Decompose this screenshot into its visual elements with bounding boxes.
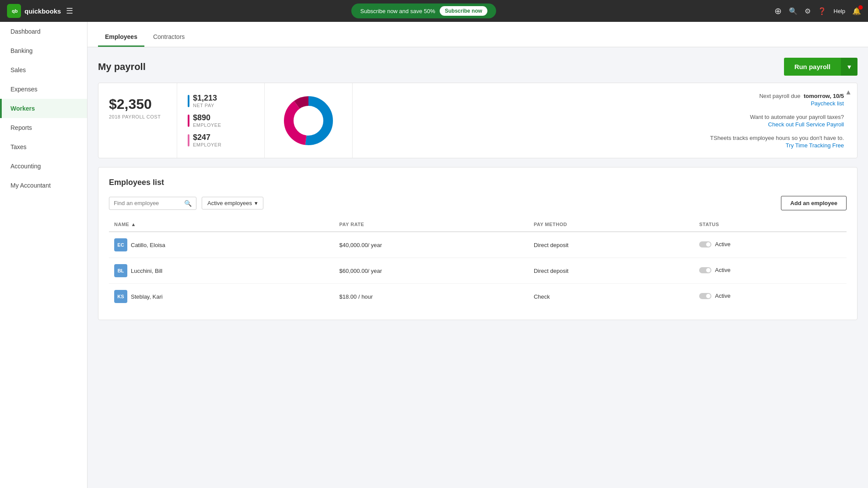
full-service-payroll-link[interactable]: Check out Full Service Payroll [750,121,844,128]
tsheets-text: TSheets tracks employee hours so you don… [710,135,844,141]
sidebar: Dashboard Banking Sales Expenses Workers… [0,22,88,488]
sidebar-item-expenses[interactable]: Expenses [0,80,87,99]
tsheets-info: TSheets tracks employee hours so you don… [710,135,844,149]
add-icon[interactable]: ⊕ [774,6,782,16]
svg-point-5 [294,107,322,135]
help-label[interactable]: Help [833,8,845,14]
th-pay-method: PAY METHOD [528,217,694,232]
automate-text: Want to automate your payroll taxes? [750,114,844,120]
employee-name-cell: KS Steblay, Kari [109,284,334,310]
payroll-header: My payroll Run payroll ▼ [98,58,858,76]
table-row[interactable]: EC Catillo, Eloisa $40,000.00/ year Dire… [109,232,847,258]
status-toggle-switch[interactable] [699,241,711,247]
next-payroll-text: Next payroll due tomorrow, 10/5 [759,93,844,99]
quickbooks-logo[interactable]: qb quickbooks [7,4,61,18]
automate-taxes-info: Want to automate your payroll taxes? Che… [750,114,844,128]
th-name: NAME ▲ [109,217,334,232]
hamburger-menu-icon[interactable]: ☰ [66,6,73,16]
table-header-row: NAME ▲ PAY RATE PAY METHOD STATUS [109,217,847,232]
pay-rate-cell: $40,000.00/ year [334,232,528,258]
list-controls: 🔍 Active employees ▾ Add an employee [109,196,847,210]
employee-name: Catillo, Eloisa [131,242,165,248]
employee-amount: $890 [193,113,221,122]
paycheck-list-link[interactable]: Paycheck list [759,100,844,107]
sidebar-item-my-accountant[interactable]: My Accountant [0,176,87,195]
gear-icon[interactable]: ⚙ [805,7,811,15]
tab-employees[interactable]: Employees [98,29,144,47]
sidebar-item-accounting[interactable]: Accounting [0,157,87,176]
payroll-title: My payroll [98,61,146,73]
add-employee-button[interactable]: Add an employee [781,196,847,210]
employee-bar [188,115,189,127]
notification-badge [858,5,863,10]
sidebar-item-banking[interactable]: Banking [0,41,87,60]
employees-list-section: Employees list 🔍 Active employees ▾ Add … [98,167,858,320]
search-wrapper[interactable]: 🔍 [109,197,196,210]
active-employees-filter[interactable]: Active employees ▾ [202,197,263,209]
subscribe-banner: Subscribe now and save 50% Subscribe now [351,3,496,18]
logo-text: quickbooks [24,7,61,15]
employer-item: $247 EMPLOYER [188,133,254,147]
employee-name-cell: EC Catillo, Eloisa [109,232,334,258]
employer-label: EMPLOYER [193,142,221,147]
status-cell: Active [694,284,847,310]
net-pay-item: $1,213 NET PAY [188,94,254,108]
run-payroll-button[interactable]: Run payroll [784,58,841,76]
net-pay-label: NET PAY [193,103,217,108]
sidebar-item-dashboard[interactable]: Dashboard [0,22,87,41]
status-toggle-switch[interactable] [699,267,711,273]
employee-label: EMPLOYEE [193,122,221,128]
status-cell: Active [694,258,847,284]
payroll-cost-section: $2,350 2018 PAYROLL COST [98,83,177,158]
search-icon[interactable]: 🔍 [789,7,798,15]
tab-contractors[interactable]: Contractors [146,29,192,47]
status-toggle-switch[interactable] [699,293,711,299]
search-icon: 🔍 [184,200,192,207]
pay-rate-cell: $18.00 / hour [334,284,528,310]
status-label: Active [715,267,730,273]
notification-bell-icon[interactable]: 🔔 [852,7,861,15]
pay-method-cell: Direct deposit [528,232,694,258]
pay-method-cell: Direct deposit [528,258,694,284]
payroll-cost-label: 2018 PAYROLL COST [109,114,166,119]
qb-logo-icon: qb [7,4,21,18]
main-content: Employees Contractors My payroll Run pay… [88,22,868,488]
payroll-cost-amount: $2,350 [109,96,166,112]
next-payroll-info: Next payroll due tomorrow, 10/5 Paycheck… [759,92,844,107]
net-pay-bar [188,95,189,107]
sort-arrow-icon[interactable]: ▲ [131,222,136,227]
sidebar-item-taxes[interactable]: Taxes [0,137,87,157]
employee-item: $890 EMPLOYEE [188,113,254,128]
pay-method-cell: Check [528,284,694,310]
payroll-chart-section [265,83,353,158]
status-label: Active [715,241,730,247]
table-row[interactable]: BL Lucchini, Bill $60,000.00/ year Direc… [109,258,847,284]
employees-table: NAME ▲ PAY RATE PAY METHOD STATUS EC [109,217,847,309]
sidebar-item-reports[interactable]: Reports [0,118,87,137]
collapse-button[interactable]: ▲ [845,88,852,96]
employee-name: Lucchini, Bill [131,268,162,274]
chevron-down-icon: ▾ [255,200,258,206]
avatar: KS [114,290,127,303]
net-pay-amount: $1,213 [193,94,217,103]
payroll-info-right: Next payroll due tomorrow, 10/5 Paycheck… [353,83,857,158]
sidebar-item-sales[interactable]: Sales [0,60,87,80]
table-row[interactable]: KS Steblay, Kari $18.00 / hour Check Act… [109,284,847,310]
employee-name-cell: BL Lucchini, Bill [109,258,334,284]
employee-name: Steblay, Kari [131,293,163,300]
time-tracking-link[interactable]: Try Time Tracking Free [710,142,844,149]
search-input[interactable] [114,200,182,206]
tabs-bar: Employees Contractors [88,22,868,47]
avatar: BL [114,264,127,277]
sidebar-item-workers[interactable]: Workers [0,99,87,118]
employees-list-title: Employees list [109,178,847,187]
run-payroll-dropdown-button[interactable]: ▼ [841,58,858,76]
pay-rate-cell: $60,000.00/ year [334,258,528,284]
svg-text:qb: qb [12,8,18,14]
th-status: STATUS [694,217,847,232]
payroll-donut-chart [282,94,335,147]
help-icon[interactable]: ❓ [818,7,826,15]
subscribe-text: Subscribe now and save 50% [360,8,435,14]
subscribe-now-button[interactable]: Subscribe now [440,6,487,16]
payroll-breakdown-section: $1,213 NET PAY $890 EMPLOYEE [177,83,265,158]
